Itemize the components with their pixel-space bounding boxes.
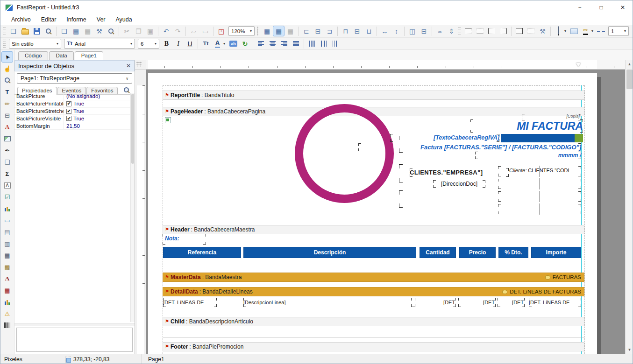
- memo-factura-serie-codigo[interactable]: Factura [FACTURAS."SERIE"] / [FACTURAS."…: [358, 143, 581, 151]
- tool-system-text-button[interactable]: Σ: [1, 168, 13, 179]
- align-tops-button[interactable]: ⊓: [340, 26, 351, 36]
- report-canvas[interactable]: ⚑ ReportTitle: BandaTitulo ⚑ PageHeader:…: [146, 70, 625, 354]
- tool-dmm-button[interactable]: ⚠: [1, 308, 13, 319]
- memo-empty[interactable]: [498, 179, 581, 189]
- band-reporttitle[interactable]: ⚑ ReportTitle: BandaTitulo: [163, 91, 584, 100]
- new-dialog-button[interactable]: ▤: [70, 26, 82, 36]
- tool-table-button[interactable]: ▥: [1, 238, 13, 249]
- menu-editar[interactable]: Editar: [36, 15, 62, 24]
- horizontal-ruler[interactable]: [146, 60, 625, 70]
- memo-nota[interactable]: Nota:: [163, 234, 206, 245]
- fill-color-button[interactable]: [553, 26, 564, 36]
- toolbar-grip[interactable]: [257, 27, 259, 36]
- undo-button[interactable]: ↶: [160, 26, 172, 36]
- object-selector[interactable]: Page1: TfrxReportPage ∨: [17, 73, 132, 84]
- line-style-button[interactable]: [595, 26, 607, 36]
- space-horizontally-button[interactable]: ↔: [379, 26, 391, 36]
- underline-button[interactable]: U: [184, 38, 196, 49]
- tool-zoom-button[interactable]: [1, 75, 13, 86]
- show-grid-button[interactable]: ▦: [261, 26, 273, 36]
- logo-circle[interactable]: [295, 104, 394, 203]
- memo-detail-dto[interactable]: [DET.: [498, 298, 525, 307]
- tool-format-button[interactable]: ✏: [1, 98, 13, 109]
- property-row[interactable]: BackPicture(No asignado): [14, 93, 130, 100]
- fill-color-dropdown[interactable]: ▾: [564, 29, 566, 33]
- scroll-up-icon[interactable]: ▲: [626, 60, 633, 68]
- font-color-button[interactable]: Tt: [200, 38, 212, 49]
- tool-text-button[interactable]: T: [1, 86, 13, 98]
- memo-detail-cantidad[interactable]: [DET.: [411, 298, 456, 307]
- save-button[interactable]: [31, 26, 43, 36]
- style-select[interactable]: Sin estilo▾: [9, 39, 61, 49]
- memo-detail-importe[interactable]: [DET. LíNEAS DE: [529, 298, 581, 307]
- close-button[interactable]: ✕: [612, 0, 633, 14]
- column-header-descripcion[interactable]: Descripción: [243, 247, 416, 258]
- delete-page-button[interactable]: ▦: [82, 26, 93, 36]
- align-rights-button[interactable]: ⊐: [324, 26, 335, 36]
- align-middles-button[interactable]: ⊟: [351, 26, 363, 36]
- ruler-origin[interactable]: [135, 60, 146, 70]
- align-right-button[interactable]: [278, 38, 290, 49]
- text-condition-button[interactable]: ab: [228, 38, 239, 49]
- vertical-ruler[interactable]: [135, 70, 146, 354]
- tool-text-frame-button[interactable]: A: [1, 180, 13, 191]
- open-button[interactable]: [19, 26, 31, 36]
- scroll-down-icon[interactable]: ▼: [626, 346, 633, 354]
- tab-codigo[interactable]: Código: [18, 51, 48, 60]
- frame-right-button[interactable]: [498, 26, 509, 36]
- tool-money-grid-button[interactable]: ▩: [1, 261, 13, 273]
- minimize-button[interactable]: −: [569, 0, 590, 14]
- memo-empty[interactable]: Cliente: CLIENTES."CODI: [498, 166, 581, 176]
- same-height-button[interactable]: ⇕: [446, 26, 457, 36]
- property-grid-scrollbar[interactable]: [130, 93, 135, 322]
- ungroup-button[interactable]: ▭: [199, 26, 211, 36]
- tool-barcode-button[interactable]: [1, 320, 13, 331]
- tool-db-richtext-button[interactable]: ▦: [1, 285, 13, 296]
- property-row[interactable]: BackPictureStretched✔True: [14, 108, 130, 115]
- center-horizontally-button[interactable]: ◫: [406, 26, 418, 36]
- menu-archivo[interactable]: Archivo: [6, 15, 36, 24]
- new-page-button[interactable]: ❏: [58, 26, 70, 36]
- band-child[interactable]: ⚑ Child: BandaDescripcionArticulo: [163, 317, 584, 326]
- menu-informe[interactable]: Informe: [61, 15, 91, 24]
- scrollbar-thumb[interactable]: [626, 70, 633, 89]
- frame-bottom-button[interactable]: [474, 26, 486, 36]
- checkbox-icon[interactable]: ✔: [66, 116, 71, 121]
- tool-grid-button[interactable]: ▦: [1, 250, 13, 261]
- vertical-scrollbar[interactable]: ▲ ▼: [625, 60, 633, 354]
- property-row[interactable]: BackPictureVisible✔True: [14, 115, 130, 122]
- toolbar-grip[interactable]: [458, 27, 461, 36]
- group-button[interactable]: ▱: [188, 26, 199, 36]
- align-left-button[interactable]: [255, 38, 267, 49]
- property-row[interactable]: BackPicturePrintable✔True: [14, 100, 130, 108]
- menu-ayuda[interactable]: Ayuda: [111, 15, 137, 24]
- memo-detail-descripcion[interactable]: [DescripcionLinea]: [243, 298, 415, 307]
- menu-ver[interactable]: Ver: [92, 15, 111, 24]
- tool-checkbox-button[interactable]: ☑: [1, 191, 13, 203]
- font-select[interactable]: TtArial▾: [64, 39, 135, 49]
- line-color-dropdown[interactable]: ▾: [591, 29, 593, 33]
- align-centers-button[interactable]: ⊟: [312, 26, 324, 36]
- column-header-importe[interactable]: Importe: [531, 247, 581, 258]
- tool-hand-button[interactable]: ☝: [1, 63, 13, 74]
- pageheader-line[interactable]: [163, 213, 581, 213]
- rotate-button[interactable]: ↻: [239, 38, 251, 49]
- property-row[interactable]: BottomMargin21,50: [14, 122, 130, 130]
- find-button[interactable]: [105, 26, 117, 36]
- align-to-grid-button[interactable]: ▦: [273, 26, 284, 36]
- tool-draw-object-button[interactable]: ✒: [1, 145, 13, 156]
- regiva-color-bar[interactable]: [501, 134, 583, 142]
- tool-text-object-button[interactable]: A: [1, 121, 13, 133]
- valign-top-button[interactable]: [306, 38, 318, 49]
- cut-button[interactable]: ✂: [121, 26, 133, 36]
- align-justify-button[interactable]: [290, 38, 302, 49]
- memo-empty[interactable]: [498, 191, 581, 202]
- property-search-icon[interactable]: [123, 87, 130, 93]
- report-page[interactable]: ⚑ ReportTitle: BandaTitulo ⚑ PageHeader:…: [148, 73, 597, 354]
- toolbar-grip[interactable]: [3, 27, 6, 36]
- italic-button[interactable]: I: [172, 38, 184, 49]
- checkbox-icon[interactable]: ✔: [66, 101, 71, 106]
- center-vertically-button[interactable]: ⊟: [418, 26, 430, 36]
- tool-insert-band-button[interactable]: ⊟: [1, 110, 13, 121]
- copy-button[interactable]: ❐: [133, 26, 144, 36]
